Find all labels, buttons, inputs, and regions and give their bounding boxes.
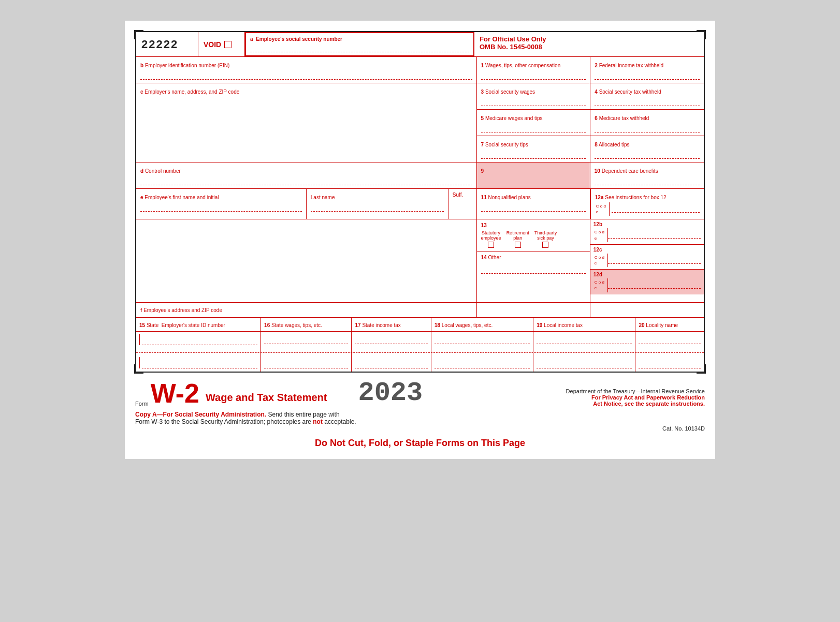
field-d-line[interactable] [140, 176, 472, 185]
cell-12b: 12b C o d e [590, 219, 704, 244]
box12c-code: C o d e [593, 254, 608, 267]
box12a-line[interactable] [612, 203, 700, 213]
state-id-line[interactable] [142, 334, 257, 345]
field-10-label: 10 Dependent care benefits [595, 168, 658, 174]
retirement-checkbox[interactable] [515, 242, 521, 248]
field-11-line[interactable] [481, 202, 586, 212]
void-checkbox[interactable] [224, 41, 231, 48]
box12c-line[interactable] [608, 255, 701, 264]
field-1-label: 1 Wages, tips, other compensation [481, 63, 561, 68]
box12d-line[interactable] [608, 279, 701, 289]
cell-9: 9 [477, 162, 590, 188]
cell-7: 7 Social security tips [477, 136, 591, 162]
field-8-line[interactable] [595, 150, 700, 159]
row-c: c Employer's name, address, and ZIP code… [136, 83, 704, 162]
cell-12c: 12c C o d e [590, 245, 704, 270]
footer-form-label: Form [135, 401, 149, 407]
footer-year: 2023 [358, 380, 423, 407]
cell-19-label: 19 Local income tax [533, 318, 635, 331]
field-14-line[interactable] [481, 264, 586, 274]
row-d: d Control number 9 10 Dependent care ben… [136, 162, 704, 189]
field-4-line[interactable] [595, 97, 700, 106]
field-18-data-line[interactable] [435, 335, 530, 344]
footer-copy-bold: Copy A—For Social Security Administratio… [135, 411, 266, 418]
cell-e-suff: Suff. [448, 189, 477, 219]
cell-19d-2 [533, 353, 635, 372]
field-16-data-line[interactable] [264, 335, 348, 344]
cell-f-right2 [590, 303, 704, 317]
ein-input-line[interactable] [140, 70, 472, 80]
footer-right: Department of the Treasury—Internal Reve… [566, 388, 705, 407]
field-e-suff-label: Suff. [453, 192, 463, 198]
row-b: b Employer identification number (EIN) 1… [136, 57, 704, 83]
field-16-data-line-2[interactable] [264, 357, 348, 368]
footer-privacy-line1: For Privacy Act and Paperwork Reduction [566, 394, 705, 401]
box12a-code-col: C o d e [595, 202, 610, 216]
checkbox-thirdparty: Third-party sick pay [534, 230, 557, 248]
ssn-cell: a Employee's social security number [245, 32, 474, 56]
field-2-label: 2 Federal income tax withheld [595, 63, 663, 68]
field-3-line[interactable] [481, 97, 586, 106]
cell-16d-1 [261, 332, 352, 352]
footer-privacy-line2: Act Notice, see the separate instruction… [566, 401, 705, 407]
row-15-labels: 15 State Employer's state ID number 16 S… [136, 318, 704, 332]
cell-address-area [136, 219, 477, 302]
field-e-first-line[interactable] [140, 202, 302, 212]
cell-d: d Control number [136, 162, 477, 188]
state-id-line-2[interactable] [142, 357, 257, 368]
field-19-data-line-2[interactable] [537, 357, 632, 368]
cell-18d-2 [431, 353, 533, 372]
checkbox-retirement: Retirement plan [506, 230, 529, 248]
footer-donotcut: Do Not Cut, Fold, or Staple Forms on Thi… [135, 438, 705, 449]
field-12b-num: 12b [593, 221, 602, 227]
cell-15d-1 [136, 332, 261, 352]
field-11-label: 11 Nonqualified plans [481, 195, 531, 200]
thirdparty-checkbox[interactable] [542, 242, 548, 248]
ssn-input-line[interactable] [250, 43, 469, 52]
field-1-line[interactable] [481, 70, 586, 80]
official-omb: OMB No. 1545-0008 [480, 43, 699, 51]
field-d-label: d Control number [140, 168, 181, 174]
field-18-label: 18 Local wages, tips, etc. [435, 322, 493, 328]
cell-20d-1 [635, 332, 704, 352]
form-number-cell: 22222 [136, 32, 198, 56]
box12b-value [608, 228, 701, 242]
cell-2: 2 Federal income tax withheld [590, 57, 704, 83]
field-e-last-line[interactable] [311, 202, 444, 212]
footer-copy: Copy A—For Social Security Administratio… [135, 411, 705, 425]
footer-copy2: Form W-3 to the Social Security Administ… [135, 418, 313, 425]
field-12d-num: 12d [593, 272, 602, 277]
field-c-label: c Employer's name, address, and ZIP code [140, 89, 239, 95]
field-20-data-line-2[interactable] [639, 357, 701, 368]
cell-12d: 12d C o d e [590, 270, 704, 294]
ssn-label: a Employee's social security number [250, 36, 469, 42]
field-5-line[interactable] [481, 123, 586, 132]
cell-10: 10 Dependent care benefits [590, 162, 704, 188]
field-e-label: e Employee's first name and initial [140, 195, 219, 200]
row-13: 13 Statutory employee Retirement plan Th… [477, 219, 590, 251]
state-fields-2 [139, 355, 257, 368]
field-19-data-line[interactable] [537, 335, 632, 344]
footer-copy2-end: acceptable. [323, 418, 356, 425]
box12b-inner: C o d e [593, 228, 701, 242]
row-7-8: 7 Social security tips 8 Allocated tips [477, 136, 704, 162]
field-20-data-line[interactable] [639, 335, 701, 344]
cell-18-label: 18 Local wages, tips, etc. [431, 318, 533, 331]
field-17-data-line-2[interactable] [355, 357, 427, 368]
field-17-data-line[interactable] [355, 335, 427, 344]
field-7-line[interactable] [481, 150, 586, 159]
field-4-label: 4 Social security tax withheld [595, 89, 661, 95]
cell-20d-2 [635, 353, 704, 372]
cell-11: 11 Nonqualified plans [477, 189, 590, 219]
field-2-line[interactable] [595, 70, 700, 80]
row-f: f Employee's address and ZIP code [136, 303, 704, 318]
cell-13-14: 13 Statutory employee Retirement plan Th… [477, 219, 590, 302]
cell-15d-2 [136, 353, 261, 372]
field-10-line[interactable] [595, 176, 700, 185]
box12b-line[interactable] [608, 229, 701, 239]
cell-5: 5 Medicare wages and tips [477, 110, 591, 136]
footer-copy-text: Send this entire page with [266, 411, 339, 418]
field-6-line[interactable] [595, 123, 700, 132]
statutory-checkbox[interactable] [488, 242, 494, 248]
field-18-data-line-2[interactable] [435, 357, 530, 368]
